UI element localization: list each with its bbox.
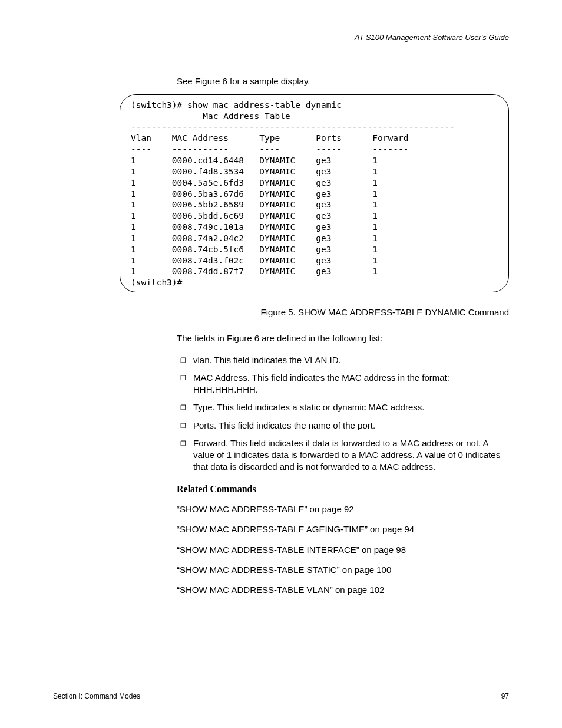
- ref-text: “SHOW MAC ADDRESS-TABLE” on page 92: [177, 504, 354, 514]
- terminal-row: 1 0008.749c.101a DYNAMIC ge3 1: [131, 222, 378, 232]
- terminal-row: 1 0000.cd14.6448 DYNAMIC ge3 1: [131, 156, 378, 165]
- terminal-prompt-line: (switch3)# show mac address-table dynami…: [131, 100, 342, 110]
- terminal-output: (switch3)# show mac address-table dynami…: [120, 94, 509, 292]
- related-command-ref: “SHOW MAC ADDRESS-TABLE” on page 92: [177, 503, 509, 515]
- body-content: The fields in Figure 6 are defined in th…: [177, 332, 509, 596]
- terminal-divider: ----------------------------------------…: [131, 122, 455, 131]
- list-item: Forward. This field indicates if data is…: [177, 437, 509, 473]
- terminal-header-underline: ---- ----------- ---- ----- -------: [131, 144, 408, 154]
- ref-text: “SHOW MAC ADDRESS-TABLE AGEING-TIME” on …: [177, 524, 414, 534]
- related-command-ref: “SHOW MAC ADDRESS-TABLE INTERFACE” on pa…: [177, 544, 509, 556]
- list-item-text: Forward. This field indicates if data is…: [193, 438, 500, 472]
- ref-text: “SHOW MAC ADDRESS-TABLE VLAN” on page 10…: [177, 585, 384, 595]
- footer-section: Section I: Command Modes: [53, 691, 140, 701]
- related-command-ref: “SHOW MAC ADDRESS-TABLE AGEING-TIME” on …: [177, 523, 509, 535]
- fields-intro: The fields in Figure 6 are defined in th…: [177, 332, 509, 344]
- list-item: Ports. This field indicates the name of …: [177, 420, 509, 431]
- list-item: vlan. This field indicates the VLAN ID.: [177, 354, 509, 366]
- ref-text: “SHOW MAC ADDRESS-TABLE STATIC” on page …: [177, 565, 391, 575]
- terminal-header-row: Vlan MAC Address Type Ports Forward: [131, 133, 408, 143]
- list-item-text: Ports. This field indicates the name of …: [193, 420, 375, 430]
- related-command-ref: “SHOW MAC ADDRESS-TABLE VLAN” on page 10…: [177, 584, 509, 596]
- list-item-text: vlan. This field indicates the VLAN ID.: [193, 355, 341, 365]
- fields-intro-text: The fields in Figure 6 are defined in th…: [177, 333, 382, 343]
- terminal-row: 1 0006.5ba3.67d6 DYNAMIC ge3 1: [131, 189, 378, 199]
- figure-caption: Figure 5. SHOW MAC ADDRESS-TABLE DYNAMIC…: [177, 307, 509, 318]
- list-item: MAC Address. This field indicates the MA…: [177, 372, 509, 396]
- page-footer: Section I: Command Modes 97: [53, 691, 509, 701]
- terminal-row: 1 0000.f4d8.3534 DYNAMIC ge3 1: [131, 167, 378, 176]
- terminal-row: 1 0008.74d3.f02c DYNAMIC ge3 1: [131, 256, 378, 265]
- terminal-title-line: Mac Address Table: [131, 111, 290, 121]
- ref-text: “SHOW MAC ADDRESS-TABLE INTERFACE” on pa…: [177, 545, 406, 555]
- field-definitions-list: vlan. This field indicates the VLAN ID. …: [177, 354, 509, 473]
- related-commands-heading: Related Commands: [177, 483, 509, 496]
- related-command-ref: “SHOW MAC ADDRESS-TABLE STATIC” on page …: [177, 564, 509, 576]
- page-header: AT-S100 Management Software User's Guide: [53, 32, 509, 43]
- list-item-text: Type. This field indicates a static or d…: [193, 402, 424, 412]
- list-item: Type. This field indicates a static or d…: [177, 401, 509, 413]
- terminal-row: 1 0006.5bdd.6c69 DYNAMIC ge3 1: [131, 211, 378, 220]
- list-item-text: MAC Address. This field indicates the MA…: [193, 373, 449, 394]
- terminal-row: 1 0004.5a5e.6fd3 DYNAMIC ge3 1: [131, 178, 378, 187]
- guide-title: AT-S100 Management Software User's Guide: [355, 33, 509, 42]
- page: AT-S100 Management Software User's Guide…: [0, 0, 562, 728]
- terminal-row: 1 0008.74dd.87f7 DYNAMIC ge3 1: [131, 266, 378, 276]
- terminal-row: 1 0008.74cb.5fc6 DYNAMIC ge3 1: [131, 245, 378, 254]
- terminal-row: 1 0008.74a2.04c2 DYNAMIC ge3 1: [131, 233, 378, 243]
- terminal-end-prompt: (switch3)#: [131, 278, 182, 287]
- intro-text: See Figure 6 for a sample display.: [177, 76, 310, 86]
- footer-page-number: 97: [501, 691, 509, 701]
- figure-caption-text: Figure 5. SHOW MAC ADDRESS-TABLE DYNAMIC…: [261, 307, 509, 317]
- related-heading-text: Related Commands: [177, 484, 256, 494]
- terminal-row: 1 0006.5bb2.6589 DYNAMIC ge3 1: [131, 200, 378, 209]
- intro-paragraph: See Figure 6 for a sample display.: [177, 75, 509, 87]
